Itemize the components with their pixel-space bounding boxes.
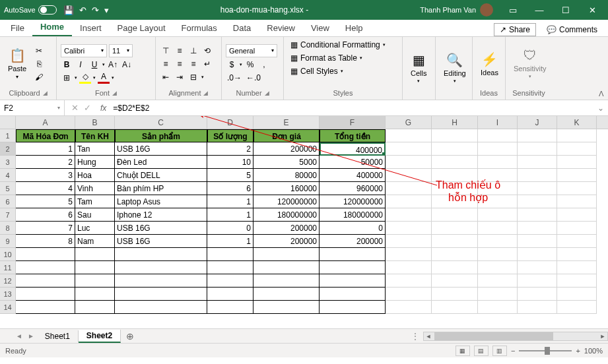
col-header-h[interactable]: H xyxy=(432,116,478,129)
cell[interactable] xyxy=(320,288,386,301)
cell[interactable] xyxy=(386,274,432,288)
row-header[interactable]: 9 xyxy=(0,235,16,248)
cancel-formula-icon[interactable]: ✕ xyxy=(71,103,79,113)
spreadsheet-grid[interactable]: A B C D E F G H I J K 1Mã Hóa ĐơnTên KHS… xyxy=(0,116,608,328)
cell[interactable] xyxy=(518,301,557,314)
cell[interactable] xyxy=(557,301,597,314)
cell[interactable]: 3 xyxy=(16,169,75,182)
cell[interactable]: Hung xyxy=(75,156,115,169)
sensitivity-button[interactable]: 🛡Sensitivity▾ xyxy=(510,40,551,88)
cell[interactable] xyxy=(557,261,597,274)
align-bottom-icon[interactable]: ⊥ xyxy=(187,45,199,57)
cell[interactable] xyxy=(432,182,478,195)
cell[interactable] xyxy=(557,129,597,142)
cell[interactable]: 200000 xyxy=(253,142,320,156)
cell[interactable] xyxy=(253,288,320,301)
cell[interactable] xyxy=(478,156,518,169)
ideas-button[interactable]: ⚡Ideas xyxy=(477,40,502,88)
cell[interactable] xyxy=(557,182,597,195)
cell[interactable] xyxy=(478,222,518,235)
cell[interactable] xyxy=(518,222,557,235)
col-header-c[interactable]: C xyxy=(115,116,207,129)
cell[interactable] xyxy=(16,274,75,288)
cell[interactable]: 1 xyxy=(207,235,253,248)
cell[interactable]: Tổng tiền xyxy=(320,129,386,142)
cell[interactable]: Tên KH xyxy=(75,129,115,142)
cell[interactable]: 5000 xyxy=(253,156,320,169)
font-launcher[interactable]: ◢ xyxy=(112,90,117,96)
cell[interactable] xyxy=(432,129,478,142)
cell[interactable] xyxy=(518,142,557,156)
row-header[interactable]: 10 xyxy=(0,248,16,261)
merge-icon[interactable]: ⊟ xyxy=(187,71,199,83)
page-break-view-icon[interactable]: ▥ xyxy=(492,346,507,356)
cell[interactable]: Tam xyxy=(75,195,115,208)
cell[interactable] xyxy=(557,195,597,208)
underline-button[interactable]: U xyxy=(88,59,100,71)
italic-button[interactable]: I xyxy=(75,59,86,71)
horizontal-scrollbar[interactable]: ◄► xyxy=(423,332,608,341)
clipboard-launcher[interactable]: ◢ xyxy=(43,90,48,96)
tab-home[interactable]: Home xyxy=(32,18,72,36)
cell[interactable] xyxy=(386,142,432,156)
cell[interactable] xyxy=(432,274,478,288)
redo-icon[interactable]: ↷ xyxy=(92,5,99,15)
cell[interactable] xyxy=(518,248,557,261)
cell[interactable] xyxy=(432,235,478,248)
cell[interactable]: Số lượng xyxy=(207,129,253,142)
cell[interactable]: 200000 xyxy=(253,222,320,235)
cell[interactable]: Iphone 12 xyxy=(115,208,207,222)
close-icon[interactable]: ✕ xyxy=(580,5,604,15)
cell[interactable]: 6 xyxy=(16,208,75,222)
cell[interactable]: 10 xyxy=(207,156,253,169)
cell[interactable]: 5 xyxy=(207,169,253,182)
cell[interactable] xyxy=(386,208,432,222)
row-header[interactable]: 8 xyxy=(0,222,16,235)
cell[interactable] xyxy=(432,169,478,182)
row-header[interactable]: 6 xyxy=(0,195,16,208)
cell[interactable]: 1 xyxy=(207,195,253,208)
share-button[interactable]: ↗Share xyxy=(494,23,536,36)
cell[interactable] xyxy=(518,195,557,208)
cell[interactable] xyxy=(115,274,207,288)
cell[interactable] xyxy=(75,248,115,261)
cell[interactable]: 5 xyxy=(16,195,75,208)
cell[interactable] xyxy=(386,195,432,208)
cell[interactable]: 50000 xyxy=(320,156,386,169)
cell[interactable] xyxy=(386,235,432,248)
comments-button[interactable]: 💬Comments xyxy=(541,24,603,36)
add-sheet-button[interactable]: ⊕ xyxy=(121,331,139,342)
copy-icon[interactable]: ⎘ xyxy=(33,58,45,70)
cell[interactable]: 7 xyxy=(16,222,75,235)
cell[interactable] xyxy=(253,301,320,314)
cell[interactable] xyxy=(432,288,478,301)
conditional-formatting-button[interactable]: ▦Conditional Formatting▾ xyxy=(288,40,388,50)
row-header[interactable]: 3 xyxy=(0,156,16,169)
cell[interactable] xyxy=(386,182,432,195)
cell[interactable] xyxy=(518,235,557,248)
row-header[interactable]: 4 xyxy=(0,169,16,182)
cell[interactable]: Sau xyxy=(75,208,115,222)
cell[interactable]: USB 16G xyxy=(115,142,207,156)
cell[interactable] xyxy=(478,274,518,288)
align-center-icon[interactable]: ≡ xyxy=(174,58,186,70)
col-header-a[interactable]: A xyxy=(16,116,75,129)
cell[interactable] xyxy=(557,248,597,261)
sheet-tab-sheet1[interactable]: Sheet1 xyxy=(37,330,79,342)
cell[interactable] xyxy=(432,301,478,314)
cell[interactable] xyxy=(16,248,75,261)
cell[interactable] xyxy=(557,274,597,288)
cell[interactable] xyxy=(115,248,207,261)
row-header[interactable]: 2 xyxy=(0,142,16,156)
format-painter-icon[interactable]: 🖌 xyxy=(33,71,45,83)
cell[interactable] xyxy=(432,248,478,261)
cell[interactable] xyxy=(75,301,115,314)
formula-input[interactable] xyxy=(109,104,593,113)
select-all-corner[interactable] xyxy=(0,116,16,129)
cell[interactable]: Mã Hóa Đơn xyxy=(16,129,75,142)
cell[interactable]: Nam xyxy=(75,235,115,248)
cell[interactable] xyxy=(432,222,478,235)
cell[interactable] xyxy=(557,156,597,169)
cell[interactable] xyxy=(386,288,432,301)
col-header-j[interactable]: J xyxy=(518,116,557,129)
